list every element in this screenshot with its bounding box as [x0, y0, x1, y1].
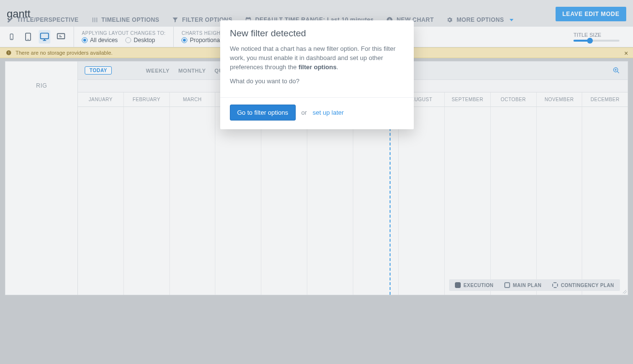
or-text: or [301, 109, 307, 116]
set-up-later-link[interactable]: set up later [313, 109, 344, 116]
new-filter-modal: New filter detected We noticed that a ch… [220, 20, 414, 129]
modal-title: New filter detected [220, 20, 414, 45]
modal-body-2: What do you want to do? [230, 77, 404, 86]
go-to-filter-options-button[interactable]: Go to filter options [230, 105, 296, 121]
modal-body-1: We noticed that a chart has a new filter… [230, 45, 404, 72]
